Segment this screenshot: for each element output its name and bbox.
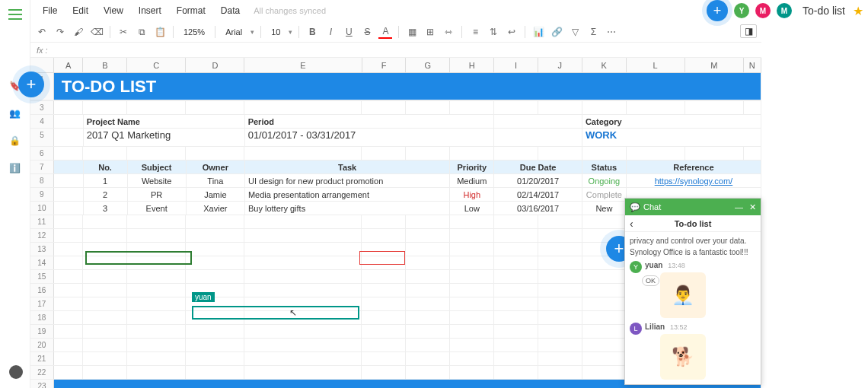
avatar-2[interactable]: M <box>755 3 771 18</box>
paint-icon[interactable]: 🖌 <box>72 25 85 39</box>
more-icon[interactable]: ⋯ <box>605 25 618 39</box>
menu-edit[interactable]: Edit <box>65 2 96 19</box>
cell[interactable] <box>450 352 494 365</box>
underline-icon[interactable]: U <box>342 25 356 39</box>
cell[interactable] <box>186 352 244 365</box>
cell[interactable] <box>406 325 450 338</box>
cell[interactable] <box>362 339 406 351</box>
chart-icon[interactable]: 📊 <box>531 25 545 39</box>
cell[interactable] <box>244 339 362 351</box>
close-icon[interactable]: ✕ <box>749 202 756 212</box>
cell[interactable] <box>362 215 406 228</box>
avatar-3[interactable]: M <box>777 3 792 18</box>
cell[interactable] <box>244 284 362 297</box>
cell[interactable] <box>627 147 685 160</box>
font-select[interactable]: Arial <box>222 25 246 39</box>
cell[interactable] <box>362 229 406 242</box>
cell[interactable] <box>406 229 450 242</box>
cell[interactable] <box>54 147 84 160</box>
cell[interactable]: Task <box>245 161 450 173</box>
col-C[interactable]: C <box>127 58 186 72</box>
menu-data[interactable]: Data <box>213 2 247 19</box>
cell[interactable] <box>450 215 494 228</box>
col-K[interactable]: K <box>582 58 627 72</box>
cell[interactable] <box>186 270 244 283</box>
col-L[interactable]: L <box>627 58 685 72</box>
cell[interactable] <box>186 147 244 160</box>
cell[interactable]: WORK <box>582 129 761 146</box>
cell[interactable]: UI design for new product promotion <box>245 174 450 187</box>
cell[interactable]: 3 <box>84 202 128 215</box>
cell[interactable] <box>406 339 450 351</box>
lock-icon[interactable]: 🔒 <box>9 135 21 148</box>
cell[interactable] <box>54 366 84 379</box>
cell[interactable] <box>83 215 127 228</box>
minimize-icon[interactable]: — <box>735 202 743 212</box>
cell[interactable] <box>54 311 84 324</box>
cell[interactable] <box>244 215 362 228</box>
back-icon[interactable]: ‹ <box>630 218 633 230</box>
cell[interactable]: Category <box>582 115 761 128</box>
cell[interactable] <box>127 284 186 297</box>
cell[interactable] <box>362 297 406 310</box>
cell[interactable]: 1 <box>84 174 128 187</box>
doc-title[interactable]: To-do list <box>803 5 845 17</box>
chat-header[interactable]: 💬 Chat — ✕ <box>625 199 761 215</box>
cell[interactable] <box>450 311 494 324</box>
cell[interactable] <box>538 297 582 310</box>
cell[interactable] <box>494 147 538 160</box>
cell[interactable] <box>406 147 450 160</box>
cell[interactable] <box>450 229 494 242</box>
cell[interactable]: 03/16/2017 <box>494 202 582 215</box>
cell[interactable] <box>494 297 538 310</box>
cell[interactable] <box>494 270 538 283</box>
cell[interactable] <box>494 243 538 256</box>
cell[interactable]: Buy lottery gifts <box>245 202 450 215</box>
cell[interactable] <box>494 366 538 379</box>
cell[interactable] <box>362 352 406 365</box>
cell[interactable]: 2 <box>84 188 128 201</box>
cell[interactable] <box>186 366 244 379</box>
cell[interactable]: Low <box>450 202 494 215</box>
cell[interactable] <box>244 352 362 365</box>
cell[interactable] <box>450 101 494 114</box>
cell[interactable] <box>494 339 538 351</box>
cell[interactable] <box>244 366 362 379</box>
cell[interactable] <box>494 311 538 324</box>
cell[interactable] <box>186 229 244 242</box>
clear-format-icon[interactable]: ⌫ <box>90 25 104 39</box>
cell[interactable]: https://synology.com/ <box>627 174 761 187</box>
cell[interactable] <box>406 352 450 365</box>
cell[interactable] <box>406 297 450 310</box>
cell[interactable] <box>538 339 582 351</box>
wrap-icon[interactable]: ↩ <box>505 25 519 39</box>
cell[interactable] <box>538 215 582 228</box>
cell[interactable] <box>406 243 450 256</box>
cell[interactable] <box>54 174 84 187</box>
cell[interactable]: Priority <box>450 161 494 173</box>
cell[interactable] <box>83 366 127 379</box>
cell[interactable] <box>83 311 127 324</box>
cell[interactable] <box>127 270 186 283</box>
cell[interactable] <box>450 147 494 160</box>
strike-icon[interactable]: S <box>360 25 374 39</box>
cell[interactable] <box>450 284 494 297</box>
cell[interactable] <box>538 270 582 283</box>
cell[interactable]: Website <box>128 174 187 187</box>
cell[interactable] <box>450 243 494 256</box>
add-button-top[interactable]: + <box>707 0 728 21</box>
zoom-select[interactable]: 125% <box>180 25 209 39</box>
cell[interactable] <box>582 325 627 338</box>
col-N[interactable]: N <box>744 58 761 72</box>
sigma-icon[interactable]: Σ <box>586 25 600 39</box>
cell[interactable] <box>127 311 186 324</box>
cell[interactable] <box>406 256 450 269</box>
cell[interactable] <box>54 352 84 365</box>
cell[interactable] <box>83 297 127 310</box>
cell[interactable] <box>744 147 761 160</box>
cell[interactable] <box>362 284 406 297</box>
cell[interactable] <box>186 339 244 351</box>
cell[interactable] <box>186 325 244 338</box>
cell[interactable] <box>127 101 186 114</box>
cell[interactable] <box>494 101 538 114</box>
